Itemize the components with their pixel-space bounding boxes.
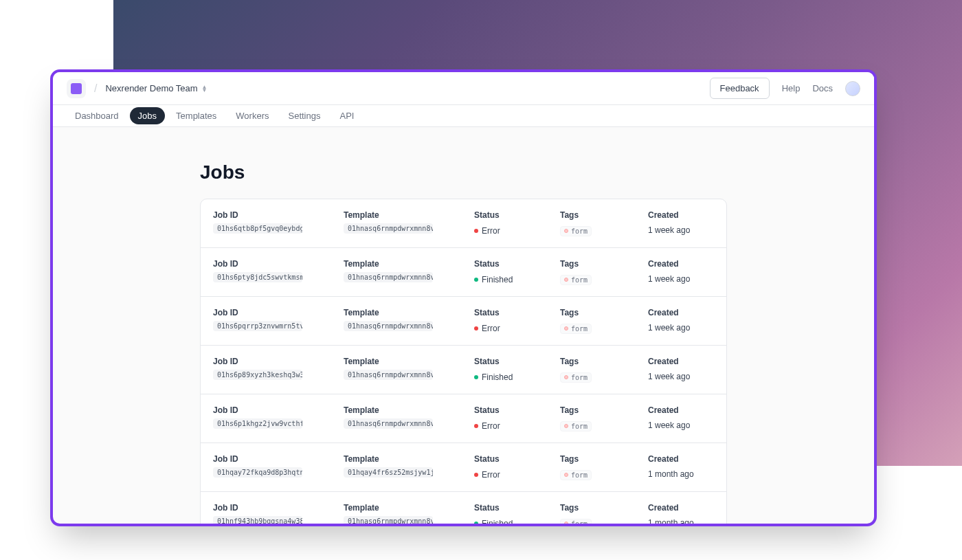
tag-circle-icon [564, 522, 568, 524]
template-label: Template [344, 454, 474, 464]
tags-label: Tags [560, 405, 648, 415]
content: Jobs Job ID01hs6qtb8pf5gvq0eybdga5jcvTem… [53, 127, 874, 524]
job-row[interactable]: Job ID01hs6pqrrp3znvwmrn5tv4sm69Template… [201, 297, 726, 346]
created-value: 1 week ago [648, 225, 690, 235]
status-label: Status [474, 357, 560, 366]
status-dot-icon [474, 522, 478, 524]
nav-item-templates[interactable]: Templates [168, 107, 225, 124]
app-logo-icon [71, 83, 82, 94]
created-value: 1 week ago [648, 323, 690, 333]
avatar[interactable] [845, 81, 860, 96]
jobid-label: Job ID [213, 357, 344, 366]
jobid-label: Job ID [213, 259, 344, 269]
job-row[interactable]: Job ID01hnf943hb9bggsna4w38vn5srTemplate… [201, 492, 726, 524]
status-dot-icon [474, 229, 478, 233]
created-value: 1 month ago [648, 518, 694, 524]
template-label: Template [344, 405, 474, 415]
jobid-value: 01hnf943hb9bggsna4w38vn5sr [213, 516, 302, 524]
created-label: Created [648, 357, 727, 366]
created-label: Created [648, 259, 727, 269]
tag-pill: form [560, 421, 592, 432]
breadcrumb-separator: / [94, 82, 97, 95]
job-row[interactable]: Job ID01hs6qtb8pf5gvq0eybdga5jcvTemplate… [201, 199, 726, 248]
status-dot-icon [474, 375, 478, 379]
job-row[interactable]: Job ID01hqay72fkqa9d8p3hqtnk9jxeTemplate… [201, 443, 726, 492]
jobid-value: 01hs6pqrrp3znvwmrn5tv4sm69 [213, 321, 302, 331]
created-label: Created [648, 210, 727, 220]
topbar-left: / Nexrender Demo Team ▲▼ [67, 79, 208, 98]
tag-pill: form [560, 324, 592, 334]
nav-item-api[interactable]: API [331, 107, 362, 124]
jobid-value: 01hs6pty8jdc5swvtkmsmwm6hx [213, 272, 302, 282]
tag-pill: form [560, 519, 592, 524]
template-value: 01hnasq6rnmpdwrxmnn8v1k0zn [344, 321, 433, 331]
tag-pill: form [560, 372, 592, 383]
tags-label: Tags [560, 210, 648, 220]
jobid-value: 01hs6qtb8pf5gvq0eybdga5jcv [213, 223, 302, 234]
jobid-label: Job ID [213, 210, 344, 220]
tags-label: Tags [560, 357, 648, 366]
team-selector[interactable]: Nexrender Demo Team ▲▼ [105, 83, 207, 93]
help-link[interactable]: Help [782, 83, 801, 93]
app-logo[interactable] [67, 79, 86, 98]
job-row[interactable]: Job ID01hs6pty8jdc5swvtkmsmwm6hxTemplate… [201, 248, 726, 297]
jobid-label: Job ID [213, 308, 344, 317]
status-label: Status [474, 210, 560, 220]
app-window: / Nexrender Demo Team ▲▼ Feedback Help D… [50, 69, 877, 526]
status-dot-icon [474, 473, 478, 477]
template-value: 01hnasq6rnmpdwrxmnn8v1k0zn [344, 418, 433, 429]
created-label: Created [648, 405, 727, 415]
status-dot-icon [474, 424, 478, 428]
page-title: Jobs [53, 161, 874, 183]
tag-circle-icon [564, 326, 568, 331]
status-label: Status [474, 454, 560, 464]
status-value: Error [474, 226, 500, 236]
status-value: Finished [474, 519, 513, 524]
created-value: 1 week ago [648, 421, 690, 430]
docs-link[interactable]: Docs [812, 83, 833, 93]
created-value: 1 week ago [648, 274, 690, 284]
jobid-value: 01hs6p89xyzh3keshq3w3an846 [213, 370, 302, 380]
created-label: Created [648, 454, 727, 464]
template-value: 01hnasq6rnmpdwrxmnn8v1k0zn [344, 370, 433, 380]
status-label: Status [474, 259, 560, 269]
nav-item-settings[interactable]: Settings [280, 107, 328, 124]
nav-item-workers[interactable]: Workers [227, 107, 277, 124]
template-label: Template [344, 503, 474, 513]
tags-label: Tags [560, 308, 648, 317]
jobid-value: 01hs6p1khgz2jvw9vcthfz8h4b [213, 418, 302, 429]
template-value: 01hnasq6rnmpdwrxmnn8v1k0zn [344, 223, 433, 234]
tag-circle-icon [564, 375, 568, 379]
navbar: DashboardJobsTemplatesWorkersSettingsAPI [53, 105, 874, 127]
nav-item-jobs[interactable]: Jobs [130, 107, 165, 124]
status-dot-icon [474, 278, 478, 282]
team-name: Nexrender Demo Team [105, 83, 197, 93]
status-value: Finished [474, 275, 513, 284]
feedback-button[interactable]: Feedback [710, 78, 770, 99]
template-value: 01hqay4fr6sz52msjyw1j6eewp [344, 467, 433, 478]
job-row[interactable]: Job ID01hs6p1khgz2jvw9vcthfz8h4bTemplate… [201, 394, 726, 443]
jobid-label: Job ID [213, 503, 344, 513]
status-dot-icon [474, 326, 478, 331]
job-row[interactable]: Job ID01hs6p89xyzh3keshq3w3an846Template… [201, 346, 726, 394]
created-label: Created [648, 308, 727, 317]
created-value: 1 week ago [648, 372, 690, 381]
template-value: 01hnasq6rnmpdwrxmnn8v1k0zn [344, 516, 433, 524]
status-label: Status [474, 308, 560, 317]
nav-item-dashboard[interactable]: Dashboard [67, 107, 127, 124]
tag-circle-icon [564, 229, 568, 233]
template-label: Template [344, 210, 474, 220]
chevron-updown-icon: ▲▼ [202, 85, 208, 92]
status-label: Status [474, 503, 560, 513]
tag-circle-icon [564, 473, 568, 477]
created-value: 1 month ago [648, 469, 694, 479]
topbar-right: Feedback Help Docs [710, 78, 860, 99]
jobs-panel: Job ID01hs6qtb8pf5gvq0eybdga5jcvTemplate… [200, 199, 727, 524]
template-label: Template [344, 259, 474, 269]
jobid-label: Job ID [213, 454, 344, 464]
template-label: Template [344, 357, 474, 366]
template-label: Template [344, 308, 474, 317]
tag-circle-icon [564, 424, 568, 428]
jobid-value: 01hqay72fkqa9d8p3hqtnk9jxe [213, 467, 302, 478]
status-value: Error [474, 421, 500, 431]
